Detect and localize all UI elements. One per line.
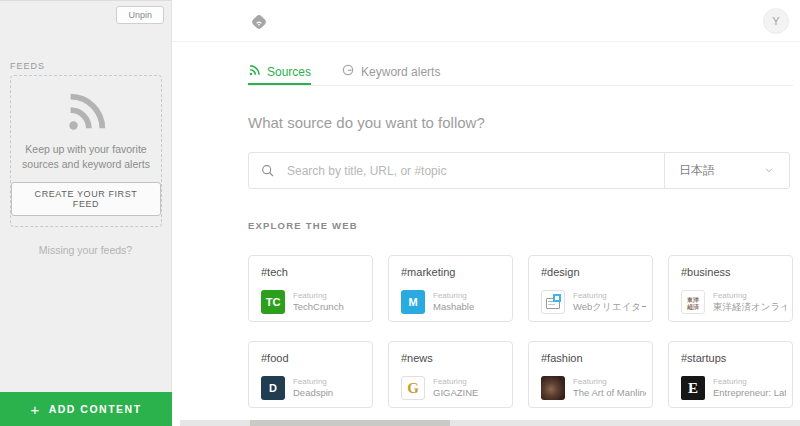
unpin-button[interactable]: Unpin: [116, 6, 164, 24]
source-name: GIGAZINE: [433, 387, 478, 399]
featuring-label: Featuring: [293, 291, 344, 301]
search-input[interactable]: [287, 153, 664, 188]
card-tag: #startups: [681, 352, 726, 364]
tab-bar: Sources Keyword alerts: [248, 62, 793, 86]
explore-card-startups[interactable]: #startups E Featuring Entrepreneur: Late…: [668, 341, 793, 408]
create-first-feed-button[interactable]: CREATE YOUR FIRST FEED: [11, 182, 161, 216]
source-name: TechCrunch: [293, 301, 344, 313]
feedly-onboarding-page: Unpin FEEDS Keep up with your favorite s…: [0, 0, 800, 426]
featuring-label: Featuring: [573, 377, 646, 387]
plus-icon: +: [30, 402, 40, 417]
featuring-label: Featuring: [573, 291, 646, 301]
source-name: Deadspin: [293, 387, 333, 399]
explore-card-fashion[interactable]: #fashion Featuring The Art of Manliness: [528, 341, 653, 408]
feedly-logo-icon[interactable]: [249, 12, 269, 32]
card-tag: #marketing: [401, 266, 455, 278]
main-area: Y Sources: [172, 0, 800, 426]
explore-card-grid: #tech TC Featuring TechCrunch #marketing…: [248, 255, 793, 408]
featuring-label: Featuring: [713, 377, 786, 387]
empty-state-text: Keep up with your favorite sources and k…: [11, 142, 161, 172]
top-header: Y: [172, 5, 800, 42]
source-name: The Art of Manliness: [573, 387, 646, 399]
rss-icon: [63, 90, 109, 136]
scrollbar-thumb[interactable]: [250, 420, 450, 426]
language-selector[interactable]: 日本語: [664, 153, 789, 188]
toyo-keizai-icon: 東洋経済: [681, 290, 705, 314]
sidebar: Unpin FEEDS Keep up with your favorite s…: [0, 0, 172, 426]
chevron-down-icon: [763, 162, 775, 180]
search-icon: [249, 163, 287, 179]
art-of-manliness-icon: [541, 376, 565, 400]
page-title: What source do you want to follow?: [248, 114, 485, 131]
explore-card-marketing[interactable]: #marketing M Featuring Mashable: [388, 255, 513, 322]
entrepreneur-icon: E: [681, 376, 705, 400]
card-tag: #food: [261, 352, 289, 364]
featuring-label: Featuring: [293, 377, 333, 387]
explore-card-design[interactable]: #design Featuring Webクリエイターボックス: [528, 255, 653, 322]
tab-keyword-alerts[interactable]: Keyword alerts: [341, 62, 440, 85]
source-search-bar: 日本語: [248, 152, 790, 189]
card-tag: #fashion: [541, 352, 583, 364]
horizontal-scrollbar[interactable]: [180, 420, 800, 426]
user-avatar[interactable]: Y: [763, 8, 789, 34]
explore-card-tech[interactable]: #tech TC Featuring TechCrunch: [248, 255, 373, 322]
source-name: Mashable: [433, 301, 474, 313]
mashable-icon: M: [401, 290, 425, 314]
tab-keyword-alerts-label: Keyword alerts: [361, 65, 440, 79]
source-name: 東洋経済オンライン | 経済: [713, 301, 786, 313]
source-name: Webクリエイターボックス: [573, 301, 646, 313]
card-tag: #design: [541, 266, 580, 278]
source-name: Entrepreneur: Latest: [713, 387, 786, 399]
add-content-label: ADD CONTENT: [49, 403, 142, 415]
tab-sources[interactable]: Sources: [248, 62, 311, 85]
techcrunch-icon: TC: [261, 290, 285, 314]
featuring-label: Featuring: [713, 291, 786, 301]
add-content-button[interactable]: + ADD CONTENT: [0, 392, 172, 426]
card-tag: #news: [401, 352, 433, 364]
explore-card-business[interactable]: #business 東洋経済 Featuring 東洋経済オンライン | 経済: [668, 255, 793, 322]
keyword-alert-icon: [341, 63, 355, 80]
web-creator-box-icon: [541, 290, 565, 314]
feeds-section-label: FEEDS: [10, 61, 45, 71]
explore-card-news[interactable]: #news G Featuring GIGAZINE: [388, 341, 513, 408]
missing-feeds-link[interactable]: Missing your feeds?: [0, 244, 171, 256]
language-selected-value: 日本語: [679, 162, 715, 179]
tab-sources-label: Sources: [267, 65, 311, 79]
explore-card-food[interactable]: #food D Featuring Deadspin: [248, 341, 373, 408]
gigazine-icon: G: [401, 376, 425, 400]
feeds-empty-state: Keep up with your favorite sources and k…: [10, 75, 162, 227]
featuring-label: Featuring: [433, 377, 478, 387]
card-tag: #business: [681, 266, 731, 278]
deadspin-icon: D: [261, 376, 285, 400]
explore-the-web-heading: EXPLORE THE WEB: [248, 220, 358, 231]
featuring-label: Featuring: [433, 291, 474, 301]
rss-icon: [248, 64, 261, 80]
card-tag: #tech: [261, 266, 288, 278]
